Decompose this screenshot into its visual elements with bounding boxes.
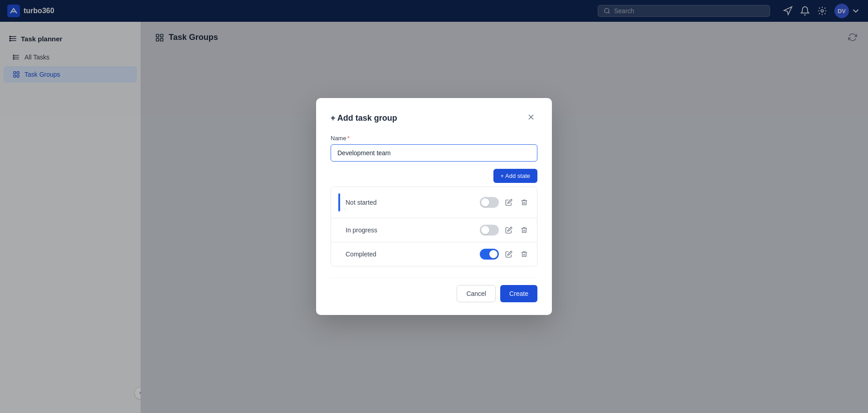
edit-completed-button[interactable] [503, 249, 514, 260]
add-task-group-modal: + Add task group Name* + Add state Not s… [316, 98, 552, 315]
state-accent-not-started [338, 193, 340, 211]
edit-icon [505, 199, 512, 206]
trash-icon [521, 226, 528, 234]
modal-overlay: + Add task group Name* + Add state Not s… [0, 0, 868, 413]
state-label-in-progress: In progress [346, 226, 474, 234]
state-row-in-progress: In progress [331, 218, 537, 242]
close-icon [527, 113, 536, 122]
state-label-completed: Completed [346, 251, 474, 258]
state-actions-in-progress [480, 225, 530, 236]
state-actions-completed [480, 249, 530, 260]
modal-header: + Add task group [331, 111, 537, 126]
modal-footer: Cancel Create [331, 277, 537, 302]
trash-icon [521, 199, 528, 206]
modal-close-button[interactable] [525, 111, 537, 126]
create-button[interactable]: Create [500, 285, 537, 302]
state-list: Not started [331, 187, 537, 266]
state-row-not-started: Not started [331, 187, 537, 218]
edit-icon [505, 226, 512, 234]
delete-in-progress-button[interactable] [519, 225, 530, 236]
name-field-container: Name* [331, 135, 537, 162]
edit-in-progress-button[interactable] [503, 225, 514, 236]
toggle-completed[interactable] [480, 249, 499, 260]
toggle-not-started[interactable] [480, 197, 499, 208]
toggle-in-progress[interactable] [480, 225, 499, 236]
state-row-completed: Completed [331, 242, 537, 266]
delete-not-started-button[interactable] [519, 197, 530, 208]
trash-icon [521, 251, 528, 258]
state-label-not-started: Not started [346, 199, 474, 206]
name-input[interactable] [331, 144, 537, 162]
name-label: Name* [331, 135, 537, 142]
edit-icon [505, 251, 512, 258]
add-state-button[interactable]: + Add state [493, 169, 537, 183]
delete-completed-button[interactable] [519, 249, 530, 260]
cancel-button[interactable]: Cancel [457, 285, 496, 302]
add-state-row: + Add state [331, 169, 537, 183]
modal-title: + Add task group [331, 113, 397, 123]
edit-not-started-button[interactable] [503, 197, 514, 208]
state-actions-not-started [480, 197, 530, 208]
